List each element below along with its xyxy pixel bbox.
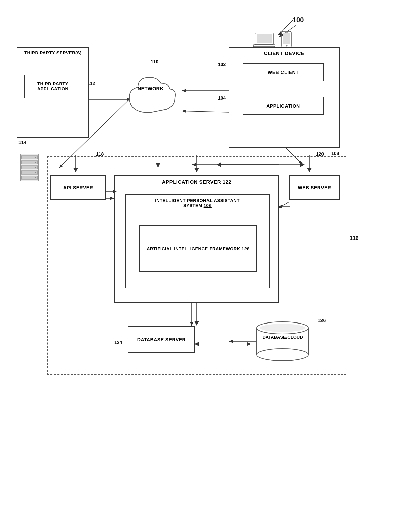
client-device-box: CLIENT DEVICE WEB CLIENT APPLICATION <box>229 47 340 148</box>
svg-point-24 <box>286 45 287 47</box>
arrow-web-to-app <box>278 202 292 212</box>
label-110: 110 <box>151 59 158 64</box>
web-server-label: WEB SERVER <box>298 185 331 190</box>
ai-framework-box: ARTIFICIAL INTELLIGENCE FRAMEWORK 128 <box>139 225 257 272</box>
svg-rect-20 <box>257 34 272 43</box>
svg-point-36 <box>35 177 36 178</box>
database-server-box: DATABASE SERVER <box>128 326 195 353</box>
ai-framework-label: ARTIFICIAL INTELLIGENCE FRAMEWORK 128 <box>147 246 250 251</box>
network-cloud-svg <box>119 66 182 121</box>
application-label: APPLICATION <box>266 103 300 109</box>
network-to-backend-arrows <box>135 121 219 172</box>
arrow-db-to-cloud <box>194 338 253 351</box>
api-server-label: API SERVER <box>63 185 93 190</box>
client-device-label: CLIENT DEVICE <box>264 50 305 56</box>
label-114: 114 <box>18 140 26 145</box>
ai-framework-num: 128 <box>242 246 250 251</box>
label-102: 102 <box>218 62 226 67</box>
svg-point-55 <box>260 324 305 332</box>
application-box: APPLICATION <box>243 97 324 115</box>
label-126: 126 <box>318 318 326 323</box>
arrow-app-to-db <box>188 302 205 327</box>
network-label: NETWORK <box>129 86 172 91</box>
label-104: 104 <box>218 95 226 101</box>
svg-marker-44 <box>113 190 117 194</box>
arrow-api-server <box>66 155 86 175</box>
svg-marker-50 <box>247 342 251 346</box>
svg-point-33 <box>35 162 36 163</box>
svg-point-32 <box>35 157 36 158</box>
web-client-label: WEB CLIENT <box>268 70 299 75</box>
database-cloud-label: DATABASE/CLOUD <box>258 335 307 340</box>
label-118: 118 <box>96 151 104 157</box>
svg-marker-60 <box>217 162 221 167</box>
arrow-api-to-app <box>105 187 117 197</box>
label-108: 108 <box>331 151 339 156</box>
ipa-num: 106 <box>204 203 212 208</box>
svg-marker-48 <box>194 321 199 326</box>
svg-rect-21 <box>258 46 267 46</box>
svg-point-35 <box>35 172 36 173</box>
third-party-app-label: THIRD PARTY APPLICATION <box>25 81 81 91</box>
diagram: 100 CLIENT DEVICE WEB CLIENT <box>0 0 417 532</box>
server-rack-svg <box>18 152 42 183</box>
client-to-backend-lines <box>215 148 309 175</box>
label-124: 124 <box>114 340 122 345</box>
server-rack-icon <box>18 152 42 183</box>
database-cloud-svg <box>252 318 314 362</box>
svg-marker-57 <box>156 163 160 167</box>
label-116: 116 <box>350 235 359 241</box>
third-party-server-box: THIRD PARTY SERVER(S) THIRD PARTY APPLIC… <box>17 47 89 138</box>
svg-point-34 <box>35 167 36 168</box>
svg-marker-38 <box>73 168 78 172</box>
svg-marker-62 <box>300 162 305 167</box>
svg-point-54 <box>257 349 308 361</box>
web-client-box: WEB CLIENT <box>243 63 324 81</box>
ipa-label: INTELLIGENT PERSONAL ASSISTANT SYSTEM 10… <box>150 198 244 208</box>
database-cloud-container: DATABASE/CLOUD <box>252 318 314 362</box>
third-party-server-label: THIRD PARTY SERVER(S) <box>24 50 82 55</box>
third-party-app-box: THIRD PARTY APPLICATION <box>24 75 81 98</box>
application-server-box: APPLICATION SERVER 122 INTELLIGENT PERSO… <box>114 175 279 303</box>
api-server-box: API SERVER <box>50 175 106 200</box>
database-server-label: DATABASE SERVER <box>137 337 186 342</box>
ipa-system-box: INTELLIGENT PERSONAL ASSISTANT SYSTEM 10… <box>125 194 270 288</box>
app-server-num: 122 <box>223 179 232 185</box>
svg-rect-23 <box>283 33 290 44</box>
network-cloud: NETWORK <box>119 66 182 121</box>
svg-marker-51 <box>194 342 199 346</box>
web-server-box: WEB SERVER <box>289 175 340 200</box>
application-server-label: APPLICATION SERVER 122 <box>162 179 231 185</box>
svg-marker-46 <box>278 205 282 209</box>
